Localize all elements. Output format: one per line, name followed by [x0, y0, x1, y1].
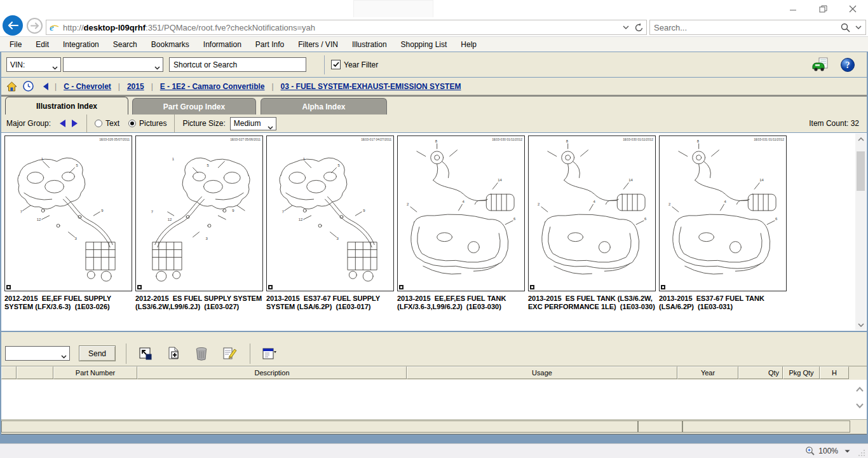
column-header-description[interactable]: Description: [137, 366, 407, 379]
menu-edit[interactable]: Edit: [29, 38, 56, 51]
application-window: e http://desktop-l09qrhf:351/PQMace/root…: [0, 0, 868, 458]
breadcrumb-link-label: 03 - FUEL SYSTEM-EXHAUST-EMISSION SYSTEM: [281, 82, 461, 91]
search-icon[interactable]: [841, 23, 850, 32]
grid-scrollbar[interactable]: [855, 134, 866, 330]
close-button[interactable]: [843, 3, 863, 15]
picture-size-select[interactable]: Medium: [230, 117, 276, 130]
menu-search[interactable]: Search: [106, 38, 144, 51]
open-illustration-button[interactable]: [137, 345, 154, 362]
send-button[interactable]: Send: [79, 345, 116, 361]
svg-text:8: 8: [697, 139, 700, 143]
breadcrumb: | C - Chevrolet2015E - 1E2 - Camaro Conv…: [1, 78, 867, 95]
panel-splitter[interactable]: [1, 331, 867, 341]
illustration-thumbnail[interactable]: 814264 1E03-031 01/11/20122013-2015 ES37…: [659, 135, 787, 311]
column-settings-button[interactable]: [261, 345, 278, 362]
column-header-year[interactable]: Year: [677, 366, 738, 379]
back-button[interactable]: [3, 15, 23, 36]
shortcut-search-input[interactable]: Shortcut or Search: [169, 57, 306, 72]
browser-search-box[interactable]: Search...: [649, 20, 866, 35]
scrollbar-thumb[interactable]: [857, 151, 865, 191]
restore-button[interactable]: [813, 3, 833, 15]
column-header-part-number[interactable]: Part Number: [53, 366, 137, 379]
chevron-down-icon: [858, 323, 864, 327]
illustration-thumbnail[interactable]: 1591237 1E03-026 05/07/20112012-2015 EE,…: [4, 135, 132, 311]
illustration-image: 814264 1E03-030 01/11/2012: [528, 135, 656, 291]
svg-text:5: 5: [76, 163, 78, 167]
zoom-control[interactable]: 100%: [805, 446, 850, 456]
svg-text:12: 12: [37, 218, 41, 221]
svg-text:6: 6: [513, 217, 516, 221]
text-radio[interactable]: [95, 120, 102, 127]
history-clock-icon[interactable]: [23, 81, 34, 92]
major-group-prev-icon[interactable]: [58, 119, 66, 128]
edit-note-button[interactable]: [221, 345, 238, 362]
breadcrumb-separator: |: [55, 82, 57, 91]
menu-information[interactable]: Information: [196, 38, 248, 51]
add-item-button[interactable]: [165, 345, 182, 362]
breadcrumb-link-e-1e2-camaro-convertible[interactable]: E - 1E2 - Camaro Convertible: [144, 82, 265, 91]
svg-text:?: ?: [846, 60, 850, 70]
column-header-usage[interactable]: Usage: [407, 366, 677, 379]
parts-table-body[interactable]: [1, 380, 867, 420]
address-dropdown-icon[interactable]: [623, 25, 629, 29]
menu-filters-vin[interactable]: Filters / VIN: [291, 38, 345, 51]
help-button[interactable]: ?: [839, 57, 856, 73]
column-settings-icon: [261, 346, 278, 361]
forward-button[interactable]: [27, 18, 43, 34]
browser-tab[interactable]: [353, 0, 433, 17]
vehicle-select[interactable]: [63, 57, 163, 72]
search-dropdown-icon[interactable]: [855, 25, 862, 29]
major-group-next-icon[interactable]: [71, 119, 79, 128]
pictures-radio[interactable]: [128, 120, 136, 127]
illustration-thumbnail[interactable]: 1591237 1E03-017 04/27/20112013-2015 ES3…: [266, 135, 394, 311]
svg-text:3: 3: [74, 237, 77, 240]
illustration-thumbnail[interactable]: 814264 1E03-030 01/11/20122013-2015 EE,E…: [397, 135, 525, 311]
minimize-button[interactable]: [783, 3, 803, 15]
menu-file[interactable]: File: [3, 38, 29, 51]
url-text: http://desktop-l09qrhf:351/PQMace/root.f…: [63, 23, 618, 32]
breadcrumb-back-icon[interactable]: [42, 82, 49, 91]
print-vehicle-report-button[interactable]: [811, 57, 828, 73]
menu-illustration[interactable]: Illustration: [345, 38, 394, 51]
text-radio-label: Text: [105, 119, 119, 128]
vehicle-report-icon: [811, 57, 828, 73]
column-header-qty[interactable]: Qty: [738, 366, 783, 379]
year-filter-checkbox[interactable]: [331, 60, 341, 69]
bottom-divider-bar: [1, 434, 867, 443]
scroll-up-button[interactable]: [855, 134, 866, 144]
menu-part-info[interactable]: Part Info: [248, 38, 291, 51]
list-select[interactable]: [5, 346, 70, 361]
scroll-down-button[interactable]: [855, 319, 866, 330]
table-scroll-down-button[interactable]: [855, 401, 865, 410]
address-bar[interactable]: e http://desktop-l09qrhf:351/PQMace/root…: [46, 20, 647, 35]
table-scroll-up-button[interactable]: [855, 385, 865, 394]
breadcrumb-link-2015[interactable]: 2015: [111, 82, 144, 91]
close-icon: [849, 5, 857, 13]
tab-alpha-index[interactable]: Alpha Index: [261, 98, 387, 114]
column-header-blank-1[interactable]: [17, 366, 53, 379]
delete-item-button[interactable]: [193, 345, 210, 362]
refresh-icon[interactable]: [634, 23, 644, 32]
svg-text:12: 12: [168, 218, 172, 221]
column-header-blank-0[interactable]: [1, 366, 17, 379]
menu-bookmarks[interactable]: Bookmarks: [144, 38, 196, 51]
restore-icon: [819, 5, 827, 13]
breadcrumb-link-03-fuel-system-exhaust-emission-system[interactable]: 03 - FUEL SYSTEM-EXHAUST-EMISSION SYSTEM: [264, 82, 461, 91]
illustration-thumbnail[interactable]: 814264 1E03-030 01/11/20122013-2015 ES F…: [528, 135, 656, 311]
column-header-pkg-qty[interactable]: Pkg Qty: [783, 366, 820, 379]
resize-grip[interactable]: [858, 449, 865, 456]
menu-help[interactable]: Help: [454, 38, 484, 51]
menu-integration[interactable]: Integration: [56, 38, 106, 51]
breadcrumb-link-c-chevrolet[interactable]: C - Chevrolet: [64, 82, 111, 91]
tab-part-group-index[interactable]: Part Group Index: [132, 98, 256, 114]
vin-select[interactable]: VIN:: [6, 57, 61, 72]
illustration-controls: Major Group: Text Pictures Picture Size:…: [1, 114, 867, 133]
tab-illustration-index[interactable]: Illustration Index: [5, 97, 128, 114]
column-header-h[interactable]: H: [820, 366, 849, 379]
thumbnail-zoom-icon: [661, 285, 665, 289]
home-icon[interactable]: [6, 81, 17, 92]
window-titlebar: [0, 0, 868, 18]
svg-text:7: 7: [20, 210, 23, 214]
illustration-thumbnail[interactable]: 1591237 1E03-027 05/06/20112012-2015 ES …: [135, 135, 263, 311]
menu-shopping-list[interactable]: Shopping List: [394, 38, 454, 51]
